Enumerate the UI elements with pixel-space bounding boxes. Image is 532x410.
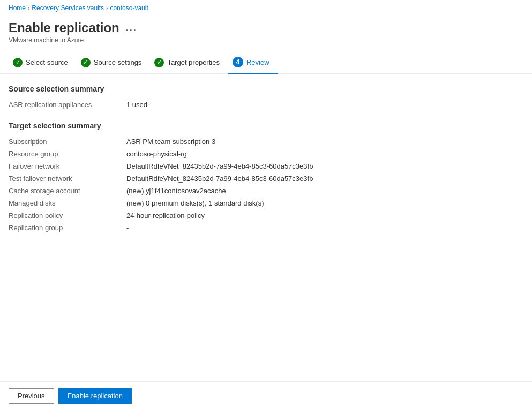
- target-row-label-1: Resource group: [9, 148, 126, 160]
- table-row: Resource group contoso-physical-rg: [9, 148, 523, 160]
- step-check-3: ✓: [154, 58, 164, 67]
- target-summary-title: Target selection summary: [9, 122, 523, 130]
- step-label-4: Review: [246, 58, 269, 66]
- page-subtitle: VMware machine to Azure: [9, 36, 523, 44]
- breadcrumb-sep-1: ›: [28, 5, 29, 11]
- step-source-settings[interactable]: ✓ Source settings: [77, 54, 151, 73]
- step-check-1: ✓: [13, 58, 23, 67]
- target-row-value-0: ASR PM team subscription 3: [126, 135, 523, 148]
- step-review[interactable]: 4 Review: [228, 52, 278, 74]
- breadcrumb-home[interactable]: Home: [9, 4, 26, 12]
- source-row-label-0: ASR replication appliances: [9, 98, 126, 111]
- table-row: Cache storage account (new) yj1f41contos…: [9, 185, 523, 197]
- footer: Previous Enable replication: [0, 381, 532, 410]
- step-num-4: 4: [233, 57, 243, 67]
- target-row-value-4: (new) yj1f41contosovav2acache: [126, 185, 523, 197]
- target-row-value-3: DefaultRdfeVNet_82435b2d-7a99-4eb4-85c3-…: [126, 172, 523, 185]
- table-row: Subscription ASR PM team subscription 3: [9, 135, 523, 148]
- target-row-label-4: Cache storage account: [9, 185, 126, 197]
- enable-replication-button[interactable]: Enable replication: [58, 388, 132, 404]
- breadcrumb-sep-2: ›: [106, 5, 108, 11]
- steps-bar: ✓ Select source ✓ Source settings ✓ Targ…: [0, 44, 532, 74]
- source-summary-table: ASR replication appliances 1 used: [9, 98, 523, 111]
- target-row-value-2: DefaultRdfeVNet_82435b2d-7a99-4eb4-85c3-…: [126, 160, 523, 172]
- target-row-label-7: Replication group: [9, 222, 126, 234]
- source-row-value-0: 1 used: [126, 98, 523, 111]
- target-row-label-0: Subscription: [9, 135, 126, 148]
- step-select-source[interactable]: ✓ Select source: [9, 54, 77, 73]
- breadcrumb-recovery-vaults[interactable]: Recovery Services vaults: [32, 4, 104, 12]
- table-row: Test failover network DefaultRdfeVNet_82…: [9, 172, 523, 185]
- target-row-value-6: 24-hour-replication-policy: [126, 209, 523, 222]
- target-row-value-7: -: [126, 222, 523, 234]
- target-summary-table: Subscription ASR PM team subscription 3 …: [9, 135, 523, 234]
- target-row-label-3: Test failover network: [9, 172, 126, 185]
- table-row: Replication group -: [9, 222, 523, 234]
- table-row: Failover network DefaultRdfeVNet_82435b2…: [9, 160, 523, 172]
- target-row-label-2: Failover network: [9, 160, 126, 172]
- table-row: ASR replication appliances 1 used: [9, 98, 523, 111]
- breadcrumb: Home › Recovery Services vaults › contos…: [0, 0, 532, 16]
- step-label-2: Source settings: [94, 58, 142, 66]
- more-options-icon[interactable]: ...: [126, 22, 137, 34]
- target-row-value-5: (new) 0 premium disks(s), 1 standard dis…: [126, 197, 523, 209]
- breadcrumb-vault[interactable]: contoso-vault: [110, 4, 148, 12]
- main-content: Source selection summary ASR replication…: [0, 74, 532, 255]
- source-summary-title: Source selection summary: [9, 85, 523, 93]
- step-target-properties[interactable]: ✓ Target properties: [150, 54, 228, 73]
- target-row-value-1: contoso-physical-rg: [126, 148, 523, 160]
- page-title: Enable replication: [9, 20, 119, 35]
- target-row-label-6: Replication policy: [9, 209, 126, 222]
- page-header: Enable replication ... VMware machine to…: [0, 16, 532, 44]
- step-check-2: ✓: [81, 58, 91, 67]
- step-label-3: Target properties: [167, 58, 220, 66]
- target-row-label-5: Managed disks: [9, 197, 126, 209]
- step-label-1: Select source: [26, 58, 68, 66]
- previous-button[interactable]: Previous: [9, 388, 54, 404]
- table-row: Managed disks (new) 0 premium disks(s), …: [9, 197, 523, 209]
- table-row: Replication policy 24-hour-replication-p…: [9, 209, 523, 222]
